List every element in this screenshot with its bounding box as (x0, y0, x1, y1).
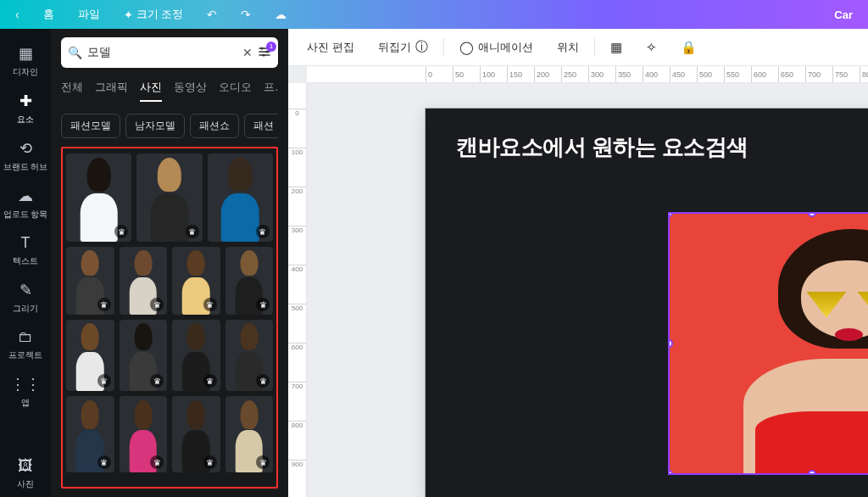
search-box: 🔍 ✕ 1 (61, 37, 278, 68)
premium-icon: ♛ (203, 374, 217, 388)
result-thumb[interactable]: ♛ (225, 396, 274, 472)
selected-image[interactable]: ⟳ ⧉ 🗑 (668, 212, 868, 475)
rail-item-6[interactable]: 🗀프로젝트 (0, 321, 51, 368)
result-thumb[interactable]: ♛ (66, 154, 131, 242)
rail-label: 사진 (17, 478, 34, 490)
premium-icon: ♛ (256, 455, 270, 469)
resize-handle-bl[interactable] (668, 470, 673, 475)
info-icon: ⓘ (415, 39, 428, 55)
artboard[interactable]: 캔바요소에서 원하는 요소검색 (426, 109, 868, 497)
result-thumb[interactable]: ♛ (120, 247, 168, 315)
rail-item-7[interactable]: ⋮⋮앱 (0, 368, 51, 416)
transparency-button[interactable]: ▦ (602, 36, 631, 59)
rail-icon: ☁ (18, 187, 33, 205)
premium-icon: ♛ (150, 455, 164, 469)
magic-icon: ✦ (124, 8, 133, 21)
chevron-left-icon: ‹ (15, 8, 19, 21)
tab-4[interactable]: 오디오 (219, 80, 252, 102)
clear-search-button[interactable]: ✕ (242, 46, 253, 59)
result-thumb[interactable]: ♛ (172, 396, 220, 472)
cloud-check-icon: ☁ (275, 8, 287, 21)
premium-icon: ♛ (150, 298, 164, 311)
rail-item-2[interactable]: ⟲브랜드 허브 (0, 132, 51, 180)
cloud-sync-button[interactable]: ☁ (266, 4, 295, 25)
result-thumb[interactable]: ♛ (66, 247, 114, 315)
result-thumb[interactable]: ♛ (208, 154, 273, 242)
tab-0[interactable]: 전체 (61, 80, 83, 102)
results-highlight-box: ♛♛♛♛♛♛♛♛♛♛♛♛♛♛♛ (61, 147, 278, 489)
premium-icon: ♛ (97, 374, 111, 388)
rail-icon: ▦ (19, 44, 33, 63)
rail-item-4[interactable]: T텍스트 (0, 227, 51, 274)
rail-item-1[interactable]: ✚요소 (0, 85, 51, 132)
rail-label: 그리기 (13, 303, 38, 315)
tab-2[interactable]: 사진 (140, 80, 162, 102)
result-thumb[interactable]: ♛ (172, 247, 220, 315)
resize-handle-ml[interactable] (668, 339, 673, 348)
canvas-stage[interactable]: 캔바요소에서 원하는 요소검색 (307, 83, 868, 497)
rail-label: 업로드 항목 (3, 209, 48, 221)
copy-style-button[interactable]: ✧ (637, 36, 665, 59)
rail-icon: T (21, 234, 31, 252)
animation-button[interactable]: ◯애니메이션 (451, 36, 542, 59)
rail-item-0[interactable]: ▦디자인 (0, 37, 51, 85)
lock-button[interactable]: 🔒 (672, 36, 705, 59)
rail-item-3[interactable]: ☁업로드 항목 (0, 180, 51, 227)
result-thumb[interactable]: ♛ (136, 154, 202, 242)
resize-menu[interactable]: ✦크기 조정 (115, 3, 192, 25)
rail-label: 브랜드 허브 (3, 161, 48, 173)
search-icon: 🔍 (68, 46, 82, 59)
tab-3[interactable]: 동영상 (174, 80, 207, 102)
resize-handle-mb[interactable] (808, 470, 816, 475)
redo-icon: ↷ (241, 8, 251, 21)
top-menu-bar: ‹ 홈 파일 ✦크기 조정 ↶ ↷ ☁ Car (0, 0, 868, 29)
context-toolbar: 사진 편집 뒤집기ⓘ ◯애니메이션 위치 ▦ ✧ 🔒 (288, 29, 868, 66)
result-thumb[interactable]: ♛ (225, 320, 274, 391)
chip-2[interactable]: 패션쇼 (190, 114, 239, 138)
result-thumb[interactable]: ♛ (172, 320, 220, 391)
edit-image-button[interactable]: 사진 편집 (298, 36, 363, 59)
flip-button[interactable]: 뒤집기ⓘ (370, 35, 437, 59)
position-button[interactable]: 위치 (548, 36, 587, 59)
side-rail: ▦디자인✚요소⟲브랜드 허브☁업로드 항목T텍스트✎그리기🗀프로젝트⋮⋮앱 🖼 … (0, 29, 51, 497)
back-button[interactable]: ‹ (7, 4, 28, 25)
rail-icon: ✎ (19, 281, 32, 299)
filter-badge: 1 (266, 42, 276, 52)
premium-icon: ♛ (150, 374, 164, 388)
undo-icon: ↶ (207, 8, 217, 21)
result-thumb[interactable]: ♛ (120, 396, 168, 472)
undo-button[interactable]: ↶ (198, 4, 225, 25)
premium-icon: ♛ (203, 455, 217, 469)
photo-icon: 🖼 (18, 457, 33, 475)
chip-1[interactable]: 남자모델 (125, 114, 185, 138)
rail-icon: 🗀 (18, 328, 33, 346)
rail-item-5[interactable]: ✎그리기 (0, 274, 51, 321)
home-button[interactable]: 홈 (35, 3, 63, 25)
result-thumb[interactable]: ♛ (120, 320, 168, 391)
result-thumb[interactable]: ♛ (66, 396, 114, 472)
animation-icon: ◯ (459, 40, 474, 55)
resize-handle-mt[interactable] (808, 212, 816, 217)
premium-icon: ♛ (256, 374, 270, 388)
rail-item-photo[interactable]: 🖼 사진 (0, 450, 51, 497)
file-menu[interactable]: 파일 (70, 3, 108, 25)
svg-point-0 (260, 47, 263, 49)
filter-button[interactable]: 1 (258, 45, 271, 61)
chip-3[interactable]: 패션 (244, 114, 278, 138)
horizontal-ruler: 0501001502002503003504004505005506006507… (307, 66, 868, 83)
resize-handle-tl[interactable] (668, 212, 673, 217)
result-thumb[interactable]: ♛ (225, 247, 274, 315)
brand-label[interactable]: Car (826, 5, 861, 25)
premium-icon: ♛ (256, 298, 270, 311)
tab-1[interactable]: 그래픽 (95, 80, 128, 102)
premium-icon: ♛ (114, 225, 128, 238)
premium-icon: ♛ (97, 298, 111, 311)
redo-button[interactable]: ↷ (232, 4, 259, 25)
result-thumb[interactable]: ♛ (66, 320, 114, 391)
premium-icon: ♛ (186, 225, 199, 238)
chip-0[interactable]: 패션모델 (61, 114, 120, 138)
search-input[interactable] (87, 46, 237, 59)
elements-panel: 🔍 ✕ 1 전체그래픽사진동영상오디오프… 패션모델남자모델패션쇼패션차› ♛♛… (51, 29, 288, 497)
artboard-heading[interactable]: 캔바요소에서 원하는 요소검색 (426, 109, 868, 186)
tab-5[interactable]: 프… (264, 80, 278, 102)
